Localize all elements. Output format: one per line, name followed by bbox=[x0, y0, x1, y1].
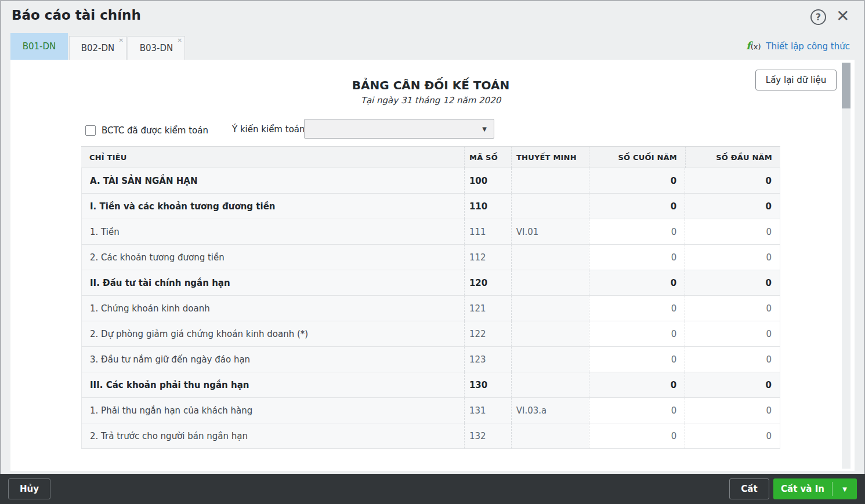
row-start-of-year-value: 0 bbox=[685, 168, 780, 193]
footer-bar: Hủy Cất Cất và In ▼ bbox=[0, 474, 865, 504]
row-start-of-year-value[interactable]: 0 bbox=[685, 321, 780, 346]
row-indicator-name: 2. Trả trước cho người bán ngắn hạn bbox=[82, 423, 464, 448]
report-date: Tại ngày 31 tháng 12 năm 2020 bbox=[81, 95, 780, 106]
row-note: VI.01 bbox=[511, 219, 589, 244]
vertical-scrollbar[interactable] bbox=[842, 62, 850, 469]
row-indicator-name: II. Đầu tư tài chính ngắn hạn bbox=[82, 270, 464, 295]
table-row: II. Đầu tư tài chính ngắn hạn 120 0 0 bbox=[81, 270, 780, 296]
tab-label: B01-DN bbox=[23, 41, 56, 52]
chevron-down-icon[interactable]: ▼ bbox=[833, 486, 857, 492]
row-indicator-name: 2. Các khoản tương đương tiền bbox=[82, 245, 464, 270]
col-header-chi-tieu: CHỈ TIÊU bbox=[81, 147, 464, 168]
row-note bbox=[511, 245, 589, 270]
table-row: 1. Tiền 111 VI.01 0 0 bbox=[81, 219, 780, 245]
row-indicator-name: 2. Dự phòng giảm giá chứng khoán kinh do… bbox=[82, 321, 464, 346]
close-icon[interactable]: ✕ bbox=[836, 6, 849, 27]
row-note bbox=[511, 321, 589, 346]
cancel-button[interactable]: Hủy bbox=[8, 478, 50, 499]
table-row: 2. Trả trước cho người bán ngắn hạn 132 … bbox=[81, 423, 780, 449]
row-indicator-name: 1. Chứng khoán kinh doanh bbox=[82, 296, 464, 321]
row-note bbox=[511, 296, 589, 321]
row-note bbox=[511, 194, 589, 219]
row-code: 100 bbox=[464, 168, 511, 193]
save-and-print-label: Cất và In bbox=[773, 482, 833, 496]
help-icon[interactable]: ? bbox=[810, 9, 826, 25]
row-start-of-year-value[interactable]: 0 bbox=[685, 245, 780, 270]
audited-checkbox-label: BCTC đã được kiểm toán bbox=[102, 125, 208, 136]
row-note bbox=[511, 423, 589, 448]
vertical-scrollbar-thumb[interactable] bbox=[842, 63, 850, 108]
row-code: 121 bbox=[464, 296, 511, 321]
formula-setup-link[interactable]: f(x) Thiết lập công thức bbox=[746, 39, 850, 52]
row-start-of-year-value: 0 bbox=[685, 372, 780, 397]
row-start-of-year-value[interactable]: 0 bbox=[685, 219, 780, 244]
save-button[interactable]: Cất bbox=[729, 478, 769, 499]
save-and-print-button[interactable]: Cất và In ▼ bbox=[773, 478, 857, 499]
col-header-so-cuoi-nam: SỐ CUỐI NĂM bbox=[589, 147, 685, 168]
row-code: 120 bbox=[464, 270, 511, 295]
row-end-of-year-value[interactable]: 0 bbox=[589, 321, 685, 346]
table-body: A. TÀI SẢN NGẮN HẠN 100 0 0 I. Tiền và c… bbox=[81, 168, 780, 449]
row-code: 131 bbox=[464, 398, 511, 423]
fx-icon: f bbox=[746, 39, 751, 52]
row-end-of-year-value[interactable]: 0 bbox=[589, 398, 685, 423]
row-note bbox=[511, 168, 589, 193]
row-indicator-name: A. TÀI SẢN NGẮN HẠN bbox=[82, 168, 464, 193]
table-row: 2. Dự phòng giảm giá chứng khoán kinh do… bbox=[81, 321, 780, 347]
row-code: 123 bbox=[464, 347, 511, 372]
row-start-of-year-value[interactable]: 0 bbox=[685, 423, 780, 448]
row-note: VI.03.a bbox=[511, 398, 589, 423]
row-start-of-year-value: 0 bbox=[685, 194, 780, 219]
row-end-of-year-value: 0 bbox=[589, 168, 685, 193]
row-indicator-name: III. Các khoản phải thu ngắn hạn bbox=[82, 372, 464, 397]
tab-b01-dn[interactable]: B01-DN bbox=[10, 33, 68, 60]
table-row: 2. Các khoản tương đương tiền 112 0 0 bbox=[81, 245, 780, 270]
tab-b02-dn[interactable]: B02-DN ✕ bbox=[69, 36, 126, 60]
tab-label: B03-DN bbox=[140, 43, 173, 53]
row-note bbox=[511, 347, 589, 372]
tab-bar: B01-DN B02-DN ✕ B03-DN ✕ bbox=[10, 33, 186, 60]
chevron-down-icon: ▼ bbox=[482, 126, 487, 132]
row-code: 110 bbox=[464, 194, 511, 219]
audited-checkbox-row: BCTC đã được kiểm toán bbox=[85, 121, 208, 140]
row-end-of-year-value[interactable]: 0 bbox=[589, 347, 685, 372]
row-code: 111 bbox=[464, 219, 511, 244]
row-indicator-name: 1. Phải thu ngắn hạn của khách hàng bbox=[82, 398, 464, 423]
row-end-of-year-value[interactable]: 0 bbox=[589, 423, 685, 448]
tab-label: B02-DN bbox=[81, 43, 115, 53]
row-indicator-name: 1. Tiền bbox=[82, 219, 464, 244]
table-row: I. Tiền và các khoản tương đương tiền 11… bbox=[81, 194, 780, 219]
row-start-of-year-value[interactable]: 0 bbox=[685, 398, 780, 423]
audited-checkbox[interactable] bbox=[85, 125, 96, 136]
financial-report-dialog: { "window": { "title": "Báo cáo tài chín… bbox=[0, 0, 865, 504]
row-code: 130 bbox=[464, 372, 511, 397]
balance-sheet-table: CHỈ TIÊU MÃ SỐ THUYẾT MINH SỐ CUỐI NĂM S… bbox=[81, 146, 780, 449]
row-code: 132 bbox=[464, 423, 511, 448]
footer-actions: Cất Cất và In ▼ bbox=[729, 478, 857, 499]
row-end-of-year-value: 0 bbox=[589, 194, 685, 219]
tab-close-icon[interactable]: ✕ bbox=[178, 37, 182, 44]
row-start-of-year-value: 0 bbox=[685, 270, 780, 295]
row-start-of-year-value[interactable]: 0 bbox=[685, 296, 780, 321]
row-note bbox=[511, 372, 589, 397]
row-note bbox=[511, 270, 589, 295]
table-row: A. TÀI SẢN NGẮN HẠN 100 0 0 bbox=[81, 168, 780, 194]
tab-close-icon[interactable]: ✕ bbox=[119, 37, 124, 44]
row-end-of-year-value: 0 bbox=[589, 372, 685, 397]
audit-opinion-label: Ý kiến kiểm toán bbox=[232, 124, 305, 135]
row-end-of-year-value[interactable]: 0 bbox=[589, 296, 685, 321]
report-title: BẢNG CÂN ĐỐI KẾ TOÁN bbox=[81, 78, 780, 92]
table-row: III. Các khoản phải thu ngắn hạn 130 0 0 bbox=[81, 372, 780, 398]
row-indicator-name: I. Tiền và các khoản tương đương tiền bbox=[82, 194, 464, 219]
audit-opinion-dropdown[interactable]: ▼ bbox=[304, 119, 494, 139]
col-header-so-dau-nam: SỐ ĐẦU NĂM bbox=[685, 147, 780, 168]
row-start-of-year-value[interactable]: 0 bbox=[685, 347, 780, 372]
row-end-of-year-value[interactable]: 0 bbox=[589, 245, 685, 270]
tab-b03-dn[interactable]: B03-DN ✕ bbox=[128, 36, 185, 60]
row-end-of-year-value[interactable]: 0 bbox=[589, 219, 685, 244]
fx-args: (x) bbox=[751, 42, 761, 51]
table-header-row: CHỈ TIÊU MÃ SỐ THUYẾT MINH SỐ CUỐI NĂM S… bbox=[81, 146, 780, 168]
row-code: 112 bbox=[464, 245, 511, 270]
table-row: 3. Đầu tư nắm giữ đến ngày đáo hạn 123 0… bbox=[81, 347, 780, 372]
col-header-thuyet-minh: THUYẾT MINH bbox=[511, 147, 589, 168]
